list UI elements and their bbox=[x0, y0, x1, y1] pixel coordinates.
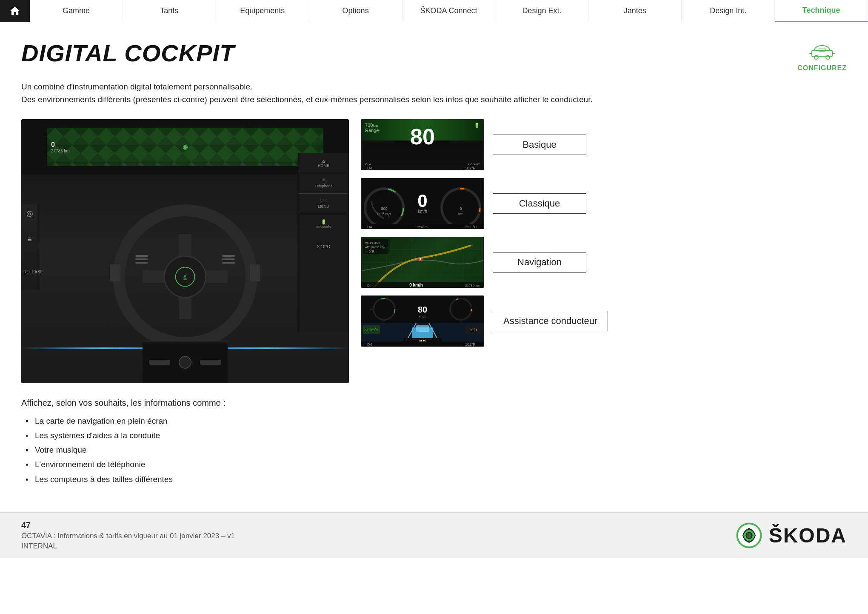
view-label-assistance[interactable]: Assistance conducteur bbox=[493, 311, 608, 331]
svg-text:APTH6851234...: APTH6851234... bbox=[365, 246, 387, 249]
configurez-button[interactable]: CONFIGUREZ bbox=[797, 41, 847, 72]
bottom-intro: Affichez, selon vos souhaits, les inform… bbox=[21, 398, 847, 408]
view-label-basique[interactable]: Basique bbox=[493, 135, 586, 155]
subtitle-line2: Des environnements différents (présentés… bbox=[21, 93, 847, 106]
svg-text:102°F: 102°F bbox=[465, 166, 476, 170]
svg-text:km/h: km/h bbox=[419, 315, 426, 318]
bullet-item-4: L'environnement de téléphonie bbox=[26, 457, 847, 472]
assistance-svg: 80 90km/h 130 D4 102°F bbox=[361, 296, 484, 347]
view-row-navigation: 0 km/h D4 21785 km VC PLUSH APTH6851234.… bbox=[361, 237, 847, 288]
bottom-section: Affichez, selon vos souhaits, les inform… bbox=[21, 398, 847, 487]
skoda-logo-steering: Š bbox=[174, 266, 196, 287]
home-button[interactable] bbox=[0, 0, 30, 22]
svg-rect-9 bbox=[483, 119, 484, 170]
page-content: DIGITAL COCKPIT CONFIGUREZ Un combiné d'… bbox=[0, 22, 868, 512]
svg-text:0 km/h: 0 km/h bbox=[409, 283, 423, 287]
bullet-item-5: Les compteurs à des tailles différentes bbox=[26, 472, 847, 487]
svg-text:rpm: rpm bbox=[458, 212, 463, 215]
svg-rect-3 bbox=[819, 48, 825, 52]
nav-items: Gamme Tarifs Equipements Options ŠKODA C… bbox=[30, 0, 868, 22]
svg-rect-8 bbox=[361, 119, 363, 170]
svg-text:102°F: 102°F bbox=[465, 342, 476, 347]
bullet-item-3: Votre musique bbox=[26, 443, 847, 457]
svg-text:130: 130 bbox=[470, 328, 477, 332]
main-layout: ◉ 0 27785 km ⌂ HOME 📱 bbox=[21, 119, 847, 383]
svg-rect-28 bbox=[361, 178, 362, 229]
navigation-overlay-svg: 0 km/h D4 21785 km VC PLUSH APTH6851234.… bbox=[361, 237, 484, 288]
svg-text:90km/h: 90km/h bbox=[365, 328, 378, 332]
svg-text:D4: D4 bbox=[367, 225, 372, 229]
nav-gamme[interactable]: Gamme bbox=[30, 0, 123, 22]
nav-tarifs[interactable]: Tarifs bbox=[123, 0, 216, 22]
page-title: DIGITAL COCKPIT bbox=[21, 39, 234, 67]
footer-internal-label: INTERNAL bbox=[21, 542, 235, 551]
svg-text:D4: D4 bbox=[367, 166, 372, 170]
basique-gauges-svg: D4 102°F bbox=[361, 119, 484, 170]
footer-right: ŠKODA bbox=[735, 522, 847, 549]
right-info-panel: ⌂ HOME 📱 Téléphone ⋮⋮ MENU 🔋 Manuals bbox=[298, 153, 349, 332]
svg-text:0: 0 bbox=[460, 207, 462, 211]
thumb-assistance: 80 90km/h 130 D4 102°F bbox=[361, 296, 484, 347]
footer-info-text: OCTAVIA : Informations & tarifs en vigue… bbox=[21, 532, 235, 540]
svg-rect-40 bbox=[483, 237, 484, 288]
svg-point-38 bbox=[420, 258, 421, 260]
thumb-classique: 800 km Range 0 km/h 0 rpm D4 1797 ml bbox=[361, 178, 484, 229]
skoda-logo: ŠKODA bbox=[735, 522, 847, 549]
nav-options[interactable]: Options bbox=[309, 0, 403, 22]
thumb-navigation: 0 km/h D4 21785 km VC PLUSH APTH6851234.… bbox=[361, 237, 484, 288]
view-label-classique[interactable]: Classique bbox=[493, 193, 586, 214]
svg-text:km Range: km Range bbox=[377, 212, 391, 215]
thumb-basique: 80 700km Range 🔋 D4 102°F bbox=[361, 119, 484, 170]
svg-text:21785 km: 21785 km bbox=[465, 284, 480, 287]
digital-dash-screen: ◉ 0 27785 km bbox=[47, 128, 323, 166]
view-options-column: 80 700km Range 🔋 D4 102°F bbox=[361, 119, 847, 383]
subtitle: Un combiné d'instrumentation digital tot… bbox=[21, 80, 847, 106]
svg-text:22.0°C: 22.0°C bbox=[465, 225, 477, 229]
svg-text:0: 0 bbox=[417, 191, 427, 211]
svg-rect-54 bbox=[416, 325, 429, 332]
svg-text:Š: Š bbox=[183, 275, 187, 281]
configurez-label: CONFIGUREZ bbox=[797, 64, 847, 72]
top-navigation: Gamme Tarifs Equipements Options ŠKODA C… bbox=[0, 0, 868, 22]
header-row: DIGITAL COCKPIT CONFIGUREZ bbox=[21, 39, 847, 72]
view-row-classique: 800 km Range 0 km/h 0 rpm D4 1797 ml bbox=[361, 178, 847, 229]
svg-text:VC PLUSH: VC PLUSH bbox=[365, 241, 380, 244]
center-console bbox=[143, 341, 228, 383]
view-row-assistance: 80 90km/h 130 D4 102°F bbox=[361, 296, 847, 347]
subtitle-line1: Un combiné d'instrumentation digital tot… bbox=[21, 80, 847, 93]
nav-design-ext[interactable]: Design Ext. bbox=[495, 0, 588, 22]
classique-gauges-svg: 800 km Range 0 km/h 0 rpm D4 1797 ml bbox=[361, 178, 484, 229]
svg-text:→ 0.3km: → 0.3km bbox=[365, 250, 377, 253]
svg-point-1 bbox=[814, 55, 818, 59]
nav-technique[interactable]: Technique bbox=[775, 0, 868, 22]
footer-page-number: 47 bbox=[21, 520, 235, 530]
bullet-item-1: La carte de navigation en plein écran bbox=[26, 414, 847, 428]
steering-wheel: Š bbox=[113, 204, 257, 349]
svg-text:80: 80 bbox=[418, 305, 427, 314]
skoda-wordmark: ŠKODA bbox=[769, 524, 847, 547]
skoda-emblem-icon bbox=[735, 522, 763, 549]
svg-text:1797 ml: 1797 ml bbox=[416, 225, 428, 229]
svg-text:km/h: km/h bbox=[418, 209, 427, 214]
svg-text:D4: D4 bbox=[367, 284, 372, 287]
bullet-list: La carte de navigation en plein écran Le… bbox=[21, 414, 847, 487]
nav-skoda-connect[interactable]: ŠKODA Connect bbox=[403, 0, 496, 22]
bullet-item-2: Les systèmes d'aides à la conduite bbox=[26, 428, 847, 443]
view-row-basique: 80 700km Range 🔋 D4 102°F bbox=[361, 119, 847, 170]
footer-left: 47 OCTAVIA : Informations & tarifs en vi… bbox=[21, 520, 235, 551]
svg-rect-39 bbox=[361, 237, 362, 288]
nav-equipements[interactable]: Equipements bbox=[216, 0, 309, 22]
dashboard-simulation: ◉ 0 27785 km ⌂ HOME 📱 bbox=[21, 119, 349, 383]
footer: 47 OCTAVIA : Informations & tarifs en vi… bbox=[0, 512, 868, 558]
svg-text:—: — bbox=[369, 307, 373, 311]
svg-rect-29 bbox=[483, 178, 484, 229]
nav-jantes[interactable]: Jantes bbox=[588, 0, 682, 22]
home-icon bbox=[9, 5, 21, 17]
big-cockpit-image: ◉ 0 27785 km ⌂ HOME 📱 bbox=[21, 119, 349, 383]
svg-text:D4: D4 bbox=[367, 342, 372, 347]
nav-design-int[interactable]: Design Int. bbox=[682, 0, 775, 22]
svg-point-2 bbox=[826, 55, 830, 59]
svg-text:800: 800 bbox=[381, 207, 387, 211]
view-label-navigation[interactable]: Navigation bbox=[493, 252, 586, 273]
configurez-icon bbox=[809, 41, 835, 63]
